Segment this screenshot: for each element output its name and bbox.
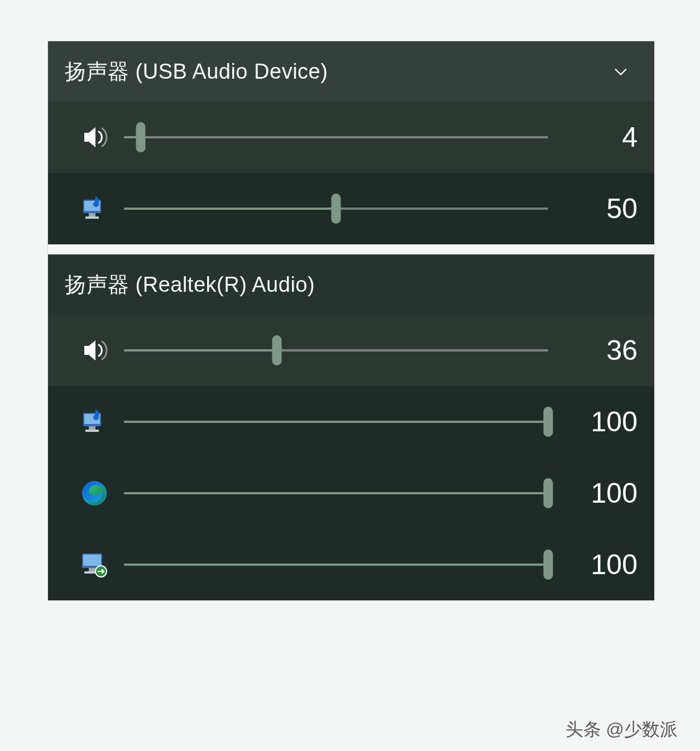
slider-fill [124, 564, 548, 566]
device-title: 扬声器 (Realtek(R) Audio) [65, 271, 637, 299]
slider-fill [124, 349, 277, 352]
app-volume-slider[interactable] [124, 192, 548, 225]
speaker-icon[interactable] [65, 333, 124, 368]
slider-thumb[interactable] [332, 194, 341, 224]
app-volume-slider[interactable] [124, 476, 548, 510]
slider-thumb[interactable] [272, 335, 281, 365]
master-volume-slider-realtek[interactable] [124, 334, 548, 367]
slider-thumb[interactable] [544, 550, 553, 580]
watermark: 头条 @少数派 [565, 718, 678, 742]
app-volume-row-edge: 100 [48, 458, 654, 529]
app-volume-row-rdp: 100 [48, 529, 654, 600]
page: 扬声器 (USB Audio Device) [0, 0, 700, 751]
edge-icon[interactable] [65, 479, 124, 508]
master-volume-row-usb: 4 [48, 102, 654, 173]
system-sounds-icon[interactable] [65, 406, 124, 437]
slider-thumb[interactable] [544, 478, 553, 508]
master-volume-row-realtek: 36 [48, 315, 654, 386]
device-title: 扬声器 (USB Audio Device) [65, 57, 604, 86]
device-header-usb[interactable]: 扬声器 (USB Audio Device) [48, 41, 654, 102]
master-volume-slider-usb[interactable] [124, 121, 548, 154]
system-sounds-icon[interactable] [65, 193, 124, 224]
master-volume-value-realtek: 36 [548, 334, 637, 367]
slider-fill [124, 208, 336, 210]
app-volume-value: 100 [548, 406, 637, 438]
slider-fill [124, 492, 548, 494]
svg-rect-3 [85, 216, 99, 219]
svg-point-9 [93, 415, 99, 420]
chevron-down-icon[interactable] [604, 55, 637, 88]
app-volume-row-system-sounds-usb: 50 [48, 173, 654, 244]
svg-rect-8 [85, 430, 99, 432]
speaker-icon[interactable] [65, 119, 124, 155]
svg-rect-13 [89, 568, 95, 571]
device-section-usb: 扬声器 (USB Audio Device) [48, 41, 654, 244]
slider-fill [124, 421, 548, 423]
svg-rect-12 [83, 555, 101, 566]
app-volume-slider[interactable] [124, 548, 548, 581]
slider-thumb[interactable] [544, 407, 553, 437]
app-volume-value: 50 [548, 192, 637, 225]
svg-rect-7 [89, 426, 95, 430]
device-section-realtek: 扬声器 (Realtek(R) Audio) 36 [48, 254, 654, 600]
app-volume-value: 100 [548, 477, 637, 509]
master-volume-value-usb: 4 [548, 121, 637, 153]
slider-thumb[interactable] [136, 122, 146, 152]
app-volume-row-system-sounds-realtek: 100 [48, 386, 654, 458]
app-volume-slider[interactable] [124, 405, 548, 439]
app-volume-value: 100 [548, 548, 637, 581]
device-header-realtek[interactable]: 扬声器 (Realtek(R) Audio) [48, 254, 654, 315]
remote-desktop-icon[interactable] [65, 549, 124, 580]
svg-point-4 [93, 201, 99, 207]
section-gap [48, 244, 654, 254]
volume-mixer-panel: 扬声器 (USB Audio Device) [48, 41, 654, 600]
svg-rect-2 [89, 213, 95, 216]
